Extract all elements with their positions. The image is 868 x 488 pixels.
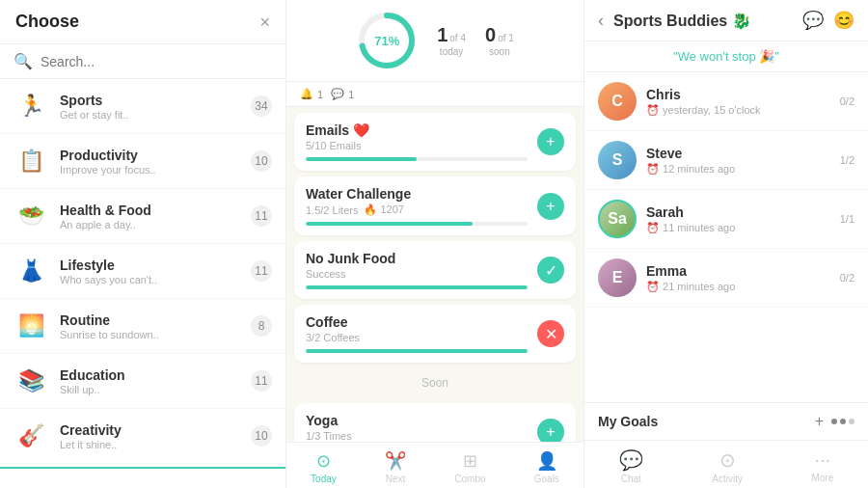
chat-count-chris: 0/2: [840, 95, 854, 107]
footer-tab-icon-combo: ⊞: [463, 450, 477, 472]
icon-row: 🔔 1 💬 1: [286, 82, 583, 107]
chat-info-emma: Emma ⏰ 21 minutes ago: [646, 263, 830, 293]
habit-item-emails: Emails ❤️ 5/10 Emails +: [294, 113, 576, 171]
habit-sub-nojunk: Success: [306, 268, 528, 280]
group-title: Sports Buddies 🐉: [613, 12, 793, 30]
cat-text-productivity: Productivity Improve your focus..: [60, 148, 239, 176]
cat-name-sports: Sports: [60, 93, 239, 108]
sidebar-item-sports[interactable]: 🏃 Sports Get or stay fit.. 34: [0, 79, 285, 134]
my-goals-header: My Goals +: [584, 402, 868, 440]
habit-action-emails[interactable]: +: [537, 128, 564, 155]
chat-item-emma[interactable]: E Emma ⏰ 21 minutes ago 0/2: [584, 249, 868, 308]
chat-time-emma: ⏰ 21 minutes ago: [646, 281, 830, 293]
cat-name-creativity: Creativity: [60, 422, 239, 438]
footer-tab-combo[interactable]: ⊞ Combo: [454, 450, 485, 484]
avatar-emma: E: [598, 258, 637, 297]
sidebar-item-productivity[interactable]: 📋 Productivity Improve your focus.. 10: [0, 134, 285, 189]
chat-icon: 💬: [331, 88, 344, 100]
soon-label: of 1: [498, 33, 514, 43]
habit-name-coffee: Coffee: [306, 314, 528, 330]
cat-icon-education: 📚: [14, 364, 48, 398]
cat-text-routine: Routine Sunrise to sundown..: [60, 312, 239, 340]
nav-tab-activity[interactable]: ⊙ Activity: [712, 448, 743, 484]
cat-badge-creativity: 10: [251, 425, 272, 447]
habit-action-water[interactable]: +: [537, 193, 564, 220]
footer-tab-label-combo: Combo: [454, 474, 485, 484]
sidebar-item-routine[interactable]: 🌅 Routine Sunrise to sundown.. 8: [0, 299, 285, 354]
nav-tab-chat[interactable]: 💬 Chat: [619, 448, 643, 484]
habit-sub-emails: 5/10 Emails: [306, 140, 528, 151]
chat-time-steve: ⏰ 12 minutes ago: [646, 163, 830, 176]
footer-tab-icon-next: ✂️: [385, 450, 406, 472]
people-header-icon[interactable]: 😊: [833, 10, 854, 31]
habit-action-coffee[interactable]: ✕: [537, 320, 564, 347]
search-input[interactable]: [41, 54, 272, 69]
chat-item-sarah[interactable]: Sa Sarah ⏰ 11 minutes ago 1/1: [584, 190, 868, 249]
habit-item-water: Water Challenge 1.5/2 Liters🔥 1207 +: [294, 176, 576, 235]
soon-done: 0: [485, 24, 496, 46]
chat-info-sarah: Sarah ⏰ 11 minutes ago: [646, 204, 830, 234]
chat-item-chris[interactable]: C Chris ⏰ yesterday, 15 o'clock 0/2: [584, 72, 868, 131]
soon-stat: 0 of 1 soon: [485, 24, 514, 57]
habit-info-coffee: Coffee 3/2 Coffees: [306, 314, 528, 353]
nav-tab-icon-activity: ⊙: [719, 448, 736, 472]
middle-panel: 71% 1 of 4 today 0 of 1 soon 🔔 1: [286, 0, 584, 488]
left-footer: [0, 467, 285, 488]
progress-text: 71%: [374, 34, 399, 48]
footer-tab-label-next: Next: [386, 474, 406, 484]
chat-name-chris: Chris: [646, 87, 830, 102]
sidebar-item-education[interactable]: 📚 Education Skill up.. 11: [0, 354, 285, 409]
back-button[interactable]: ‹: [598, 11, 604, 31]
chat-item-steve[interactable]: S Steve ⏰ 12 minutes ago 1/2: [584, 131, 868, 190]
habit-item-coffee: Coffee 3/2 Coffees ✕: [294, 305, 576, 363]
middle-footer: ⊙ Today ✂️ Next ⊞ Combo 👤 Goals: [286, 442, 583, 488]
avatar-steve: S: [598, 141, 637, 179]
nav-tab-more[interactable]: ··· More: [811, 448, 833, 484]
category-list: 🏃 Sports Get or stay fit.. 34 📋 Producti…: [0, 79, 285, 467]
cat-desc-health: An apple a day..: [60, 219, 239, 230]
habit-action-yoga[interactable]: +: [537, 419, 564, 442]
chat-time-chris: ⏰ yesterday, 15 o'clock: [646, 104, 830, 117]
close-button[interactable]: ×: [259, 14, 270, 31]
cat-text-sports: Sports Get or stay fit..: [60, 93, 239, 121]
footer-tab-next[interactable]: ✂️ Next: [385, 450, 406, 484]
cat-desc-routine: Sunrise to sundown..: [60, 329, 239, 340]
cat-name-education: Education: [60, 367, 239, 383]
footer-tab-goals[interactable]: 👤 Goals: [534, 450, 559, 484]
cat-desc-lifestyle: Who says you can't..: [60, 274, 239, 285]
cat-badge-productivity: 10: [251, 150, 272, 172]
sidebar-item-creativity[interactable]: 🎸 Creativity Let it shine.. 10: [0, 409, 285, 464]
goals-add-button[interactable]: +: [815, 413, 824, 430]
bell-icon: 🔔: [300, 88, 313, 100]
cat-badge-education: 11: [251, 370, 272, 392]
cat-text-health: Health & Food An apple a day..: [60, 203, 239, 230]
chat-time-sarah: ⏰ 11 minutes ago: [646, 222, 830, 234]
goals-dots: [831, 419, 854, 424]
cat-text-lifestyle: Lifestyle Who says you can't..: [60, 258, 239, 285]
habit-info-yoga: Yoga 1/3 Times: [306, 413, 528, 442]
right-panel: ‹ Sports Buddies 🐉 💬 😊 "We won't stop 🎉"…: [584, 0, 868, 488]
sidebar-item-health[interactable]: 🥗 Health & Food An apple a day.. 11: [0, 189, 285, 244]
soon-label: Soon: [286, 368, 583, 397]
habit-name-yoga: Yoga: [306, 413, 528, 428]
cat-badge-sports: 34: [251, 95, 272, 117]
chat-count-sarah: 1/1: [840, 213, 854, 225]
chat-header-icon[interactable]: 💬: [802, 10, 824, 31]
avatar-sarah: Sa: [598, 200, 637, 238]
today-done: 1: [437, 24, 448, 46]
habit-info-nojunk: No Junk Food Success: [306, 251, 528, 289]
habit-progress-fill-coffee: [306, 349, 528, 353]
habit-sub2-water: 🔥 1207: [364, 203, 404, 216]
cat-name-health: Health & Food: [60, 203, 239, 218]
sidebar-item-lifestyle[interactable]: 👗 Lifestyle Who says you can't.. 11: [0, 244, 285, 299]
chat-list: C Chris ⏰ yesterday, 15 o'clock 0/2 S St…: [584, 72, 868, 402]
search-bar: 🔍: [0, 44, 285, 79]
cat-icon-health: 🥗: [14, 199, 48, 233]
footer-tab-label-today: Today: [311, 474, 337, 484]
dot-1: [831, 419, 837, 424]
footer-tab-today[interactable]: ⊙ Today: [311, 450, 337, 484]
middle-header: 71% 1 of 4 today 0 of 1 soon: [286, 0, 583, 82]
habit-action-nojunk[interactable]: ✓: [537, 257, 564, 284]
cat-badge-health: 11: [251, 205, 272, 227]
habit-info-emails: Emails ❤️ 5/10 Emails: [306, 122, 528, 161]
